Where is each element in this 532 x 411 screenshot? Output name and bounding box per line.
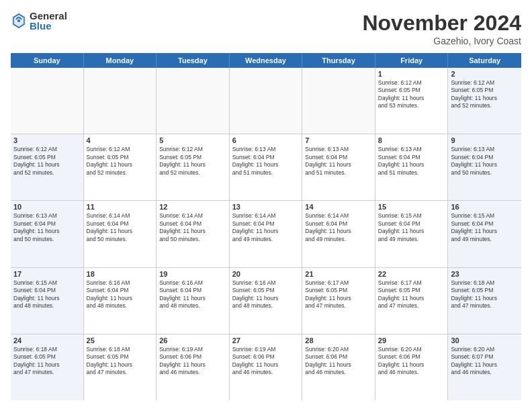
day-info: Sunrise: 6:17 AM Sunset: 6:05 PM Dayligh… <box>305 279 372 310</box>
calendar-cell-r0-c6: 2Sunrise: 6:12 AM Sunset: 6:05 PM Daylig… <box>448 68 521 134</box>
day-info: Sunrise: 6:18 AM Sunset: 6:05 PM Dayligh… <box>13 346 81 377</box>
calendar-cell-r2-c6: 16Sunrise: 6:15 AM Sunset: 6:04 PM Dayli… <box>448 201 521 267</box>
day-number: 25 <box>87 336 154 345</box>
calendar-cell-r3-c5: 22Sunrise: 6:17 AM Sunset: 6:05 PM Dayli… <box>375 268 449 334</box>
day-info: Sunrise: 6:15 AM Sunset: 6:04 PM Dayligh… <box>378 212 445 243</box>
day-info: Sunrise: 6:20 AM Sunset: 6:06 PM Dayligh… <box>378 346 445 377</box>
calendar-cell-r4-c6: 30Sunrise: 6:20 AM Sunset: 6:07 PM Dayli… <box>448 334 521 400</box>
day-info: Sunrise: 6:13 AM Sunset: 6:04 PM Dayligh… <box>232 146 300 177</box>
calendar-cell-r2-c4: 14Sunrise: 6:14 AM Sunset: 6:04 PM Dayli… <box>302 201 375 267</box>
calendar-cell-r0-c3 <box>230 68 303 134</box>
calendar-cell-r2-c2: 12Sunrise: 6:14 AM Sunset: 6:04 PM Dayli… <box>157 201 230 267</box>
day-info: Sunrise: 6:12 AM Sunset: 6:05 PM Dayligh… <box>87 146 154 177</box>
day-number: 17 <box>13 270 81 278</box>
weekday-friday: Friday <box>375 53 449 68</box>
calendar-cell-r3-c0: 17Sunrise: 6:15 AM Sunset: 6:04 PM Dayli… <box>11 268 84 334</box>
day-number: 19 <box>159 270 226 278</box>
day-number: 1 <box>378 70 445 78</box>
day-number: 5 <box>159 136 226 144</box>
day-number: 3 <box>13 136 81 144</box>
day-number: 30 <box>451 336 519 345</box>
weekday-tuesday: Tuesday <box>157 53 230 68</box>
location-text: Gazehio, Ivory Coast <box>362 36 521 46</box>
weekday-sunday: Sunday <box>11 53 84 68</box>
day-number: 23 <box>451 270 519 278</box>
calendar-row-1: 3Sunrise: 6:12 AM Sunset: 6:05 PM Daylig… <box>11 134 521 201</box>
day-info: Sunrise: 6:20 AM Sunset: 6:06 PM Dayligh… <box>305 346 372 377</box>
day-info: Sunrise: 6:13 AM Sunset: 6:04 PM Dayligh… <box>305 146 372 177</box>
calendar-cell-r0-c0 <box>11 68 84 134</box>
day-info: Sunrise: 6:20 AM Sunset: 6:07 PM Dayligh… <box>451 346 519 377</box>
day-info: Sunrise: 6:14 AM Sunset: 6:04 PM Dayligh… <box>305 212 372 243</box>
day-number: 24 <box>13 336 81 345</box>
calendar-cell-r2-c5: 15Sunrise: 6:15 AM Sunset: 6:04 PM Dayli… <box>375 201 449 267</box>
day-info: Sunrise: 6:16 AM Sunset: 6:05 PM Dayligh… <box>232 279 300 310</box>
weekday-wednesday: Wednesday <box>230 53 303 68</box>
calendar-cell-r1-c3: 6Sunrise: 6:13 AM Sunset: 6:04 PM Daylig… <box>230 134 303 200</box>
calendar-cell-r4-c1: 25Sunrise: 6:18 AM Sunset: 6:05 PM Dayli… <box>84 334 157 400</box>
day-info: Sunrise: 6:14 AM Sunset: 6:04 PM Dayligh… <box>159 212 226 243</box>
calendar-body: 1Sunrise: 6:12 AM Sunset: 6:05 PM Daylig… <box>11 68 521 400</box>
day-number: 11 <box>87 203 154 211</box>
day-number: 27 <box>232 336 300 345</box>
calendar-row-3: 17Sunrise: 6:15 AM Sunset: 6:04 PM Dayli… <box>11 268 521 334</box>
day-info: Sunrise: 6:12 AM Sunset: 6:05 PM Dayligh… <box>13 146 81 177</box>
calendar-cell-r1-c5: 8Sunrise: 6:13 AM Sunset: 6:04 PM Daylig… <box>375 134 449 200</box>
calendar-cell-r2-c0: 10Sunrise: 6:13 AM Sunset: 6:04 PM Dayli… <box>11 201 84 267</box>
calendar-cell-r3-c4: 21Sunrise: 6:17 AM Sunset: 6:05 PM Dayli… <box>302 268 375 334</box>
weekday-saturday: Saturday <box>448 53 521 68</box>
day-number: 15 <box>378 203 445 211</box>
logo-icon <box>11 11 27 30</box>
calendar-row-0: 1Sunrise: 6:12 AM Sunset: 6:05 PM Daylig… <box>11 68 521 134</box>
calendar-cell-r1-c0: 3Sunrise: 6:12 AM Sunset: 6:05 PM Daylig… <box>11 134 84 200</box>
day-info: Sunrise: 6:19 AM Sunset: 6:06 PM Dayligh… <box>232 346 300 377</box>
logo-general-text: General <box>30 11 67 21</box>
calendar-cell-r3-c2: 19Sunrise: 6:16 AM Sunset: 6:04 PM Dayli… <box>157 268 230 334</box>
calendar-cell-r1-c6: 9Sunrise: 6:13 AM Sunset: 6:04 PM Daylig… <box>448 134 521 200</box>
day-number: 28 <box>305 336 372 345</box>
calendar-cell-r0-c1 <box>84 68 157 134</box>
calendar-cell-r4-c5: 29Sunrise: 6:20 AM Sunset: 6:06 PM Dayli… <box>375 334 449 400</box>
day-number: 7 <box>305 136 372 144</box>
day-info: Sunrise: 6:14 AM Sunset: 6:04 PM Dayligh… <box>232 212 300 243</box>
calendar-cell-r4-c2: 26Sunrise: 6:19 AM Sunset: 6:06 PM Dayli… <box>157 334 230 400</box>
day-number: 20 <box>232 270 300 278</box>
calendar-cell-r4-c3: 27Sunrise: 6:19 AM Sunset: 6:06 PM Dayli… <box>230 334 303 400</box>
weekday-monday: Monday <box>84 53 157 68</box>
svg-point-2 <box>17 19 20 22</box>
calendar-cell-r1-c4: 7Sunrise: 6:13 AM Sunset: 6:04 PM Daylig… <box>302 134 375 200</box>
title-block: November 2024 Gazehio, Ivory Coast <box>362 11 521 46</box>
calendar-cell-r2-c3: 13Sunrise: 6:14 AM Sunset: 6:04 PM Dayli… <box>230 201 303 267</box>
day-info: Sunrise: 6:12 AM Sunset: 6:05 PM Dayligh… <box>378 79 445 110</box>
day-number: 18 <box>87 270 154 278</box>
calendar-header: Sunday Monday Tuesday Wednesday Thursday… <box>11 53 521 68</box>
calendar-cell-r3-c1: 18Sunrise: 6:16 AM Sunset: 6:04 PM Dayli… <box>84 268 157 334</box>
calendar-cell-r1-c2: 5Sunrise: 6:12 AM Sunset: 6:05 PM Daylig… <box>157 134 230 200</box>
day-number: 22 <box>378 270 445 278</box>
calendar-cell-r4-c0: 24Sunrise: 6:18 AM Sunset: 6:05 PM Dayli… <box>11 334 84 400</box>
calendar-cell-r3-c6: 23Sunrise: 6:18 AM Sunset: 6:05 PM Dayli… <box>448 268 521 334</box>
calendar-cell-r0-c5: 1Sunrise: 6:12 AM Sunset: 6:05 PM Daylig… <box>375 68 449 134</box>
day-info: Sunrise: 6:12 AM Sunset: 6:05 PM Dayligh… <box>159 146 226 177</box>
month-title: November 2024 <box>362 11 521 36</box>
day-number: 13 <box>232 203 300 211</box>
day-number: 16 <box>451 203 519 211</box>
page-header: General Blue November 2024 Gazehio, Ivor… <box>11 11 521 46</box>
day-info: Sunrise: 6:17 AM Sunset: 6:05 PM Dayligh… <box>378 279 445 310</box>
day-number: 12 <box>159 203 226 211</box>
day-info: Sunrise: 6:14 AM Sunset: 6:04 PM Dayligh… <box>87 212 154 243</box>
day-number: 8 <box>378 136 445 144</box>
day-number: 9 <box>451 136 519 144</box>
weekday-thursday: Thursday <box>302 53 375 68</box>
logo-blue-text: Blue <box>30 21 67 31</box>
calendar-row-4: 24Sunrise: 6:18 AM Sunset: 6:05 PM Dayli… <box>11 334 521 400</box>
day-number: 21 <box>305 270 372 278</box>
calendar-cell-r2-c1: 11Sunrise: 6:14 AM Sunset: 6:04 PM Dayli… <box>84 201 157 267</box>
calendar-cell-r3-c3: 20Sunrise: 6:16 AM Sunset: 6:05 PM Dayli… <box>230 268 303 334</box>
calendar-cell-r0-c4 <box>302 68 375 134</box>
day-info: Sunrise: 6:16 AM Sunset: 6:04 PM Dayligh… <box>87 279 154 310</box>
day-info: Sunrise: 6:15 AM Sunset: 6:04 PM Dayligh… <box>13 279 81 310</box>
day-number: 26 <box>159 336 226 345</box>
day-number: 29 <box>378 336 445 345</box>
day-info: Sunrise: 6:16 AM Sunset: 6:04 PM Dayligh… <box>159 279 226 310</box>
